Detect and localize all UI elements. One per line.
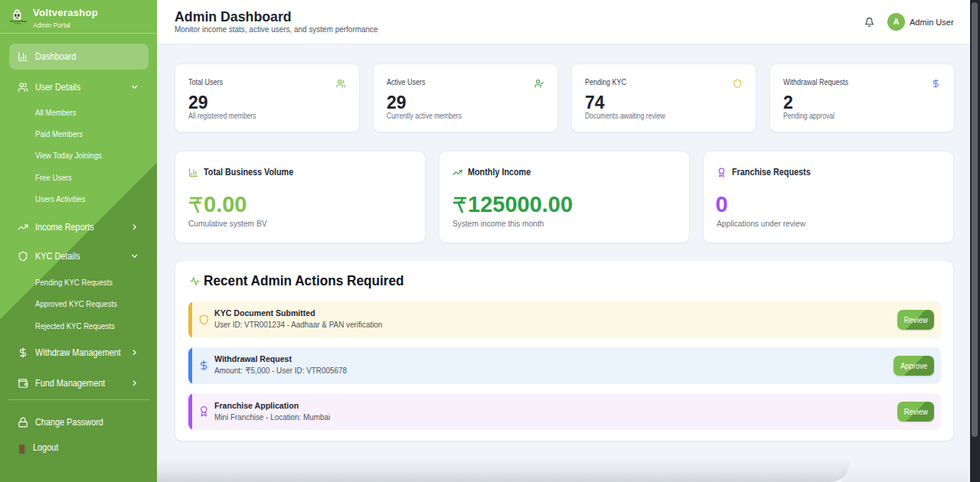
svg-text:Voltverashop: Voltverashop (10, 20, 27, 23)
